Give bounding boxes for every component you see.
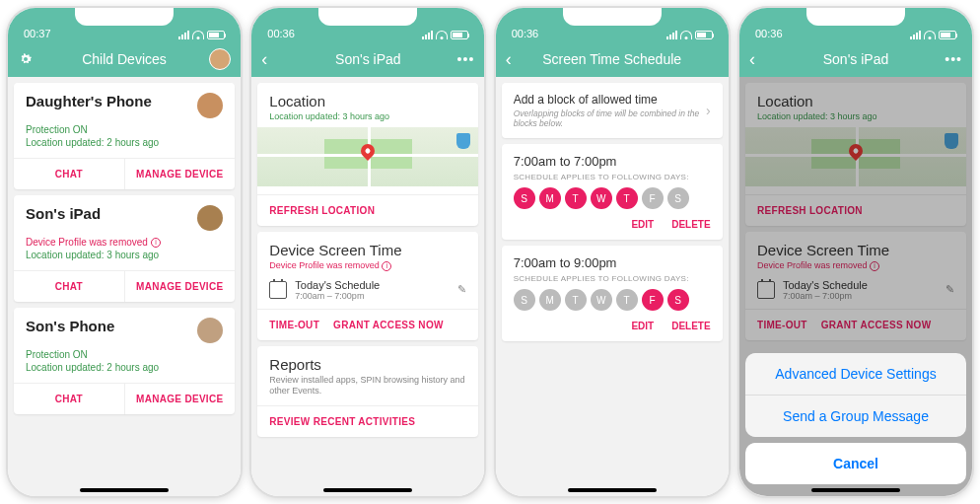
screen-child-devices: 00:37 Child Devices Daughter's Phone Pro… bbox=[6, 6, 243, 498]
wifi-icon bbox=[924, 31, 936, 39]
section-title: Location bbox=[269, 93, 466, 109]
day-toggle[interactable]: S bbox=[514, 187, 535, 209]
schedule-block: 7:00am to 9:00pm SCHEDULE APPLIES TO FOL… bbox=[502, 246, 723, 341]
wifi-icon bbox=[192, 31, 204, 39]
add-block-row[interactable]: Add a block of allowed time Overlapping … bbox=[502, 83, 723, 138]
back-button[interactable]: ‹ bbox=[261, 49, 267, 70]
page-title: Screen Time Schedule bbox=[542, 51, 681, 67]
section-title: Device Screen Time bbox=[269, 242, 466, 258]
device-name: Son's Phone bbox=[26, 318, 114, 334]
refresh-location-button[interactable]: REFRESH LOCATION bbox=[269, 205, 375, 216]
day-toggle[interactable]: T bbox=[616, 289, 638, 311]
chat-button[interactable]: CHAT bbox=[14, 159, 125, 189]
day-toggle[interactable]: W bbox=[591, 187, 612, 209]
page-title: Son's iPad bbox=[823, 51, 889, 67]
day-toggle[interactable]: T bbox=[565, 289, 587, 311]
info-icon[interactable]: i bbox=[382, 261, 391, 271]
day-selector: S M T W T F S bbox=[514, 289, 711, 311]
protection-status: Protection ON bbox=[26, 349, 223, 360]
reports-section: Reports Review installed apps, SPIN brow… bbox=[257, 346, 478, 437]
delete-button[interactable]: DELETE bbox=[671, 321, 710, 331]
day-toggle[interactable]: T bbox=[616, 187, 638, 209]
chat-button[interactable]: CHAT bbox=[14, 271, 125, 302]
manage-device-button[interactable]: MANAGE DEVICE bbox=[125, 384, 236, 414]
settings-button[interactable] bbox=[18, 51, 34, 67]
cancel-button[interactable]: Cancel bbox=[745, 443, 966, 484]
day-toggle[interactable]: S bbox=[667, 187, 689, 209]
signal-icon bbox=[178, 31, 189, 39]
nav-header: ‹ Son's iPad ••• bbox=[739, 41, 972, 77]
manage-device-button[interactable]: MANAGE DEVICE bbox=[125, 159, 236, 189]
location-status: Location updated: 2 hours ago bbox=[26, 362, 223, 373]
location-status: Location updated: 2 hours ago bbox=[26, 137, 223, 148]
signal-icon bbox=[666, 31, 677, 39]
back-button[interactable]: ‹ bbox=[506, 49, 512, 70]
nav-header: ‹ Son's iPad ••• bbox=[251, 41, 484, 77]
notch bbox=[75, 8, 174, 26]
group-message-option[interactable]: Send a Group Message bbox=[745, 396, 966, 437]
more-button[interactable]: ••• bbox=[945, 51, 962, 67]
review-activities-button[interactable]: REVIEW RECENT ACTIVITIES bbox=[269, 416, 415, 427]
signal-icon bbox=[910, 31, 921, 39]
nav-header: ‹ Screen Time Schedule bbox=[496, 41, 729, 77]
location-status: Location updated: 3 hours ago bbox=[26, 250, 223, 260]
home-indicator[interactable] bbox=[568, 488, 657, 492]
day-selector: S M T W T F S bbox=[514, 187, 711, 209]
child-avatar[interactable] bbox=[197, 93, 223, 118]
screen-time-section: Device Screen Time Device Profile was re… bbox=[257, 232, 478, 340]
page-title: Child Devices bbox=[82, 51, 167, 67]
back-button[interactable]: ‹ bbox=[749, 49, 755, 70]
notch bbox=[806, 8, 905, 26]
device-card: Daughter's Phone Protection ON Location … bbox=[14, 83, 235, 189]
schedule-time: 7:00am – 7:00pm bbox=[295, 291, 380, 301]
child-avatar[interactable] bbox=[197, 318, 223, 343]
home-indicator[interactable] bbox=[80, 488, 169, 492]
screen-time-section: Device Screen Time Device Profile was re… bbox=[745, 232, 966, 340]
device-card: Son's Phone Protection ON Location updat… bbox=[14, 308, 235, 414]
day-toggle[interactable]: T bbox=[565, 187, 587, 209]
battery-icon bbox=[451, 31, 468, 39]
day-toggle[interactable]: S bbox=[514, 289, 535, 311]
day-toggle[interactable]: F bbox=[642, 289, 664, 311]
chevron-right-icon: › bbox=[706, 103, 711, 118]
manage-device-button[interactable]: MANAGE DEVICE bbox=[125, 271, 236, 302]
day-toggle[interactable]: F bbox=[642, 187, 664, 209]
home-indicator[interactable] bbox=[811, 488, 900, 492]
edit-button[interactable]: EDIT bbox=[631, 321, 654, 331]
edit-button[interactable]: EDIT bbox=[631, 219, 654, 230]
profile-avatar[interactable] bbox=[209, 48, 231, 70]
grant-access-button[interactable]: GRANT ACCESS NOW bbox=[333, 320, 444, 330]
edit-schedule-button[interactable]: ✎ bbox=[457, 283, 466, 296]
days-label: SCHEDULE APPLIES TO FOLLOWING DAYS: bbox=[514, 173, 711, 181]
clock: 00:36 bbox=[267, 28, 295, 39]
profile-removed-warning: Device Profile was removedi bbox=[26, 237, 223, 248]
chat-button[interactable]: CHAT bbox=[14, 384, 125, 414]
clock: 00:37 bbox=[24, 28, 51, 39]
advanced-settings-option[interactable]: Advanced Device Settings bbox=[745, 353, 966, 396]
map-preview bbox=[745, 127, 966, 186]
add-block-hint: Overlapping blocks of time will be combi… bbox=[514, 108, 706, 128]
battery-icon bbox=[207, 31, 225, 39]
day-toggle[interactable]: W bbox=[591, 289, 612, 311]
gear-icon bbox=[18, 51, 34, 67]
signal-icon bbox=[422, 31, 433, 39]
notch bbox=[318, 8, 417, 26]
screen-schedule: 00:36 ‹ Screen Time Schedule Add a block… bbox=[494, 6, 731, 498]
device-name: Daughter's Phone bbox=[26, 93, 152, 109]
day-toggle[interactable]: M bbox=[539, 187, 561, 209]
map-preview[interactable] bbox=[257, 127, 478, 186]
home-indicator[interactable] bbox=[323, 488, 412, 492]
child-avatar[interactable] bbox=[197, 205, 223, 231]
clock: 00:36 bbox=[512, 28, 539, 39]
day-toggle[interactable]: M bbox=[539, 289, 561, 311]
schedule-title: Today's Schedule bbox=[295, 279, 380, 291]
profile-removed-warning: Device Profile was removed i bbox=[269, 260, 466, 271]
timeout-button[interactable]: TIME-OUT bbox=[269, 320, 319, 330]
page-title: Son's iPad bbox=[335, 51, 401, 67]
info-icon[interactable]: i bbox=[151, 238, 161, 248]
delete-button[interactable]: DELETE bbox=[671, 219, 710, 230]
day-toggle[interactable]: S bbox=[667, 289, 689, 311]
route-shield-icon bbox=[456, 133, 470, 149]
location-section: Location Location updated: 3 hours ago R… bbox=[745, 83, 966, 226]
more-button[interactable]: ••• bbox=[457, 51, 475, 67]
